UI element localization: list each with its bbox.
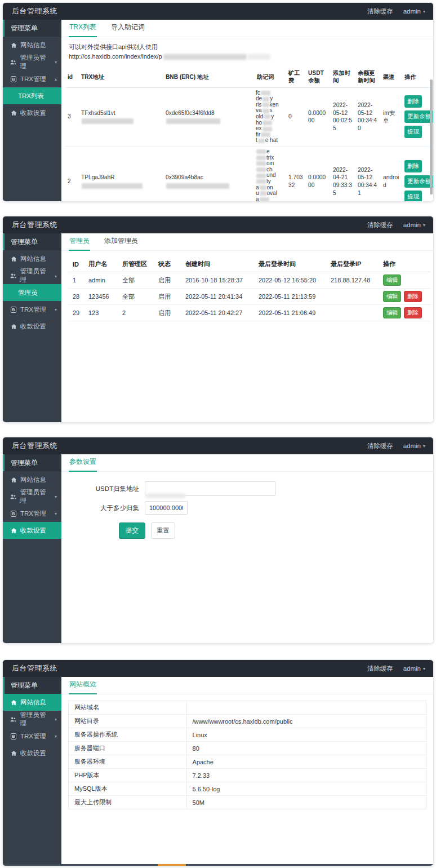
home-icon xyxy=(10,477,17,483)
usdt-collect-address-label: USDT归集地址 xyxy=(90,485,139,493)
caret-down-icon: ▾ xyxy=(423,223,425,228)
update-balance-button[interactable]: 更新余额 xyxy=(404,110,433,123)
user-menu[interactable]: admin▾ xyxy=(403,8,425,15)
cell-username: 123456 xyxy=(84,289,118,305)
caret-icon: ▴ xyxy=(55,77,57,82)
collect-threshold-input[interactable] xyxy=(145,501,188,515)
clear-cache-link[interactable]: 清除缓存 xyxy=(367,221,393,229)
cell-mnemonic: etrixoinchundtyaonuovalafachapion xyxy=(255,146,286,201)
submit-button[interactable]: 提交 xyxy=(119,522,145,539)
cell-property-value: 7.2.33 xyxy=(186,769,426,782)
redacted-text xyxy=(256,149,266,154)
cell-balance-updated-time: 2022-05-12 00:34:40 xyxy=(355,87,381,146)
sidebar: 管理菜单网站信息管理员管理▴管理员BTRX管理▾收款设置 xyxy=(3,233,61,422)
sidebar-item-collection-settings[interactable]: 收款设置 xyxy=(3,318,61,335)
caret-down-icon: ▾ xyxy=(423,666,425,671)
cell-id: 28 xyxy=(68,289,84,305)
sidebar-item-trx-management[interactable]: BTRX管理▾ xyxy=(3,728,61,745)
site-info-row: 网站域名 xyxy=(69,701,426,715)
sidebar-item-admin-management[interactable]: 管理员管理▾ xyxy=(3,711,61,728)
column-header: USDT余额 xyxy=(306,67,331,87)
cell-last-login-time: 2022-05-12 16:55:20 xyxy=(254,272,326,289)
sidebar-item-admin-management[interactable]: 管理员管理▾ xyxy=(3,488,61,505)
app-title: 后台管理系统 xyxy=(12,6,57,16)
sidebar-item-trx-management[interactable]: BTRX管理▾ xyxy=(3,301,61,318)
column-header: 最后登录IP xyxy=(326,256,379,272)
site-info-row: 最大上传限制50M xyxy=(69,796,426,809)
delete-button[interactable]: 删除 xyxy=(404,307,422,318)
sidebar-item-trx-management[interactable]: BTRX管理▾ xyxy=(3,505,61,522)
update-balance-button[interactable]: 更新余额 xyxy=(404,175,433,188)
sidebar-item-site-info[interactable]: 网站信息 xyxy=(3,694,61,711)
sidebar-item-admin-management[interactable]: 管理员管理▴ xyxy=(3,267,61,284)
column-header: BNB (ERC) 地址 xyxy=(163,67,255,87)
bottom-edge-orange-segment xyxy=(158,864,186,866)
redacted-text xyxy=(256,156,266,160)
delete-button[interactable]: 删除 xyxy=(404,291,422,302)
edit-button[interactable]: 编辑 xyxy=(383,291,401,302)
redacted-text xyxy=(264,114,270,119)
scrollbar-thumb[interactable] xyxy=(430,79,433,194)
sidebar-item-admin-management[interactable]: 管理员管理▾ xyxy=(3,54,61,70)
tab-parameter-settings[interactable]: 参数设置 xyxy=(69,454,97,472)
cell-created-time: 2022-05-11 20:42:27 xyxy=(181,305,254,321)
redacted-text xyxy=(263,121,272,125)
redacted-text xyxy=(261,132,270,137)
scrollbar[interactable] xyxy=(430,78,433,196)
tab-add-admin[interactable]: 添加管理员 xyxy=(104,233,139,251)
main-content: 网站概览 网站域名网站目录/www/wwwroot/cs.haxidb.com/… xyxy=(61,677,433,866)
cell-last-login-time: 2022-05-11 21:13:59 xyxy=(254,289,326,305)
home-icon xyxy=(10,750,17,756)
cell-property-name: 服务器端口 xyxy=(69,742,187,755)
sidebar: 管理菜单网站信息管理员管理▾BTRX管理▾收款设置 xyxy=(3,454,61,643)
sidebar-item-trx-list[interactable]: TRX列表 xyxy=(3,87,61,104)
sidebar-item-trx-management[interactable]: BTRX管理▴ xyxy=(3,70,61,87)
caret-icon: ▾ xyxy=(55,307,57,312)
sidebar-item-label: 收款设置 xyxy=(20,749,46,758)
clear-cache-link[interactable]: 清除缓存 xyxy=(367,442,393,450)
sidebar-item-label: TRX管理 xyxy=(20,732,46,741)
tab-bar: 管理员 添加管理员 xyxy=(61,233,433,251)
site-info-row: 服务器环境Apache xyxy=(69,755,426,769)
cell-status: 启用 xyxy=(154,289,181,305)
sidebar-item-collection-settings[interactable]: 收款设置 xyxy=(3,104,61,121)
sidebar-item-collection-settings[interactable]: 收款设置 xyxy=(3,522,61,539)
site-info-table: 网站域名网站目录/www/wwwroot/cs.haxidb.com/publi… xyxy=(68,701,426,809)
column-header: 添加时间 xyxy=(331,67,355,87)
user-menu[interactable]: admin▾ xyxy=(403,442,425,449)
users-icon xyxy=(10,494,17,500)
sidebar-item-label: TRX管理 xyxy=(20,510,46,518)
sidebar-item-site-info[interactable]: 网站信息 xyxy=(3,37,61,54)
tab-admins[interactable]: 管理员 xyxy=(69,233,90,251)
delete-button[interactable]: 删除 xyxy=(404,160,422,172)
cell-bnb-address: 0xde65f0c34f6fdd8 xyxy=(163,87,255,146)
withdraw-button[interactable]: 提现 xyxy=(404,191,422,201)
sidebar-item-label: TRX管理 xyxy=(20,305,46,314)
menu-header: 管理菜单 xyxy=(3,233,61,250)
sidebar-item-site-info[interactable]: 网站信息 xyxy=(3,250,61,267)
screenshot-panel-trx-list: 后台管理系统清除缓存admin▾ 管理菜单网站信息管理员管理▾BTRX管理▴TR… xyxy=(2,2,434,202)
cell-username: 123 xyxy=(84,305,118,321)
site-info-row: 网站目录/www/wwwroot/cs.haxidb.com/public xyxy=(69,715,426,728)
edit-button[interactable]: 编辑 xyxy=(383,307,401,318)
tab-site-overview[interactable]: 网站概览 xyxy=(69,677,97,694)
clear-cache-link[interactable]: 清除缓存 xyxy=(367,7,393,16)
cell-actions: 编辑删除 xyxy=(379,289,431,305)
cell-last-login-time: 2022-05-11 21:06:49 xyxy=(254,305,326,321)
cell-property-name: PHP版本 xyxy=(69,769,187,782)
sidebar-item-collection-settings[interactable]: 收款设置 xyxy=(3,745,61,761)
reset-button[interactable]: 重置 xyxy=(151,522,175,539)
withdraw-button[interactable]: 提现 xyxy=(404,126,422,138)
sidebar-item-admins[interactable]: 管理员 xyxy=(3,284,61,301)
tab-import-mnemonic[interactable]: 导入助记词 xyxy=(110,20,145,37)
cell-trx-address: TFxhsd5sl1vt xyxy=(79,87,163,146)
user-menu[interactable]: admin▾ xyxy=(403,665,425,672)
edit-button[interactable]: 编辑 xyxy=(383,274,401,286)
sidebar-item-site-info[interactable]: 网站信息 xyxy=(3,471,61,488)
tab-trx-list[interactable]: TRX列表 xyxy=(69,20,97,37)
redacted-text xyxy=(263,103,269,107)
clear-cache-link[interactable]: 清除缓存 xyxy=(367,665,393,673)
bitcoin-icon: B xyxy=(10,733,17,739)
delete-button[interactable]: 删除 xyxy=(404,95,422,108)
user-menu[interactable]: admin▾ xyxy=(403,222,425,228)
